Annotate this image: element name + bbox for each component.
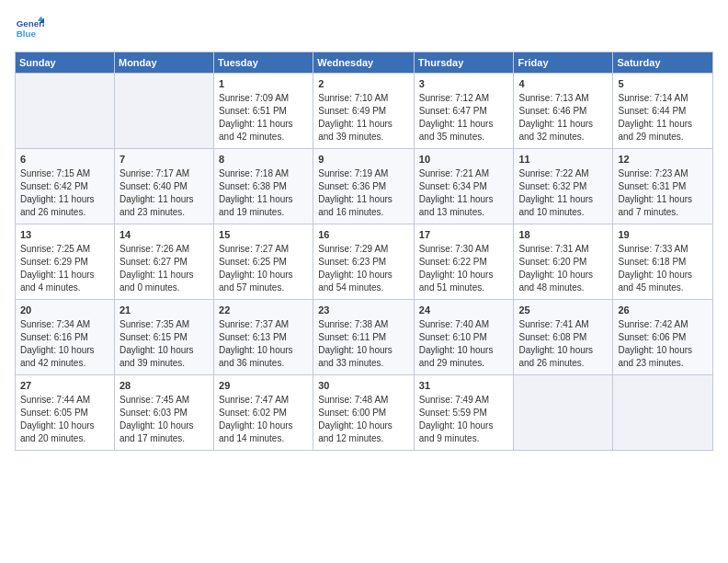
- day-info-line: Sunrise: 7:29 AM: [318, 244, 388, 254]
- day-info-line: Sunrise: 7:13 AM: [518, 93, 588, 103]
- day-header: Tuesday: [214, 52, 313, 74]
- day-number: 21: [119, 304, 209, 317]
- day-header: Monday: [114, 52, 213, 74]
- day-info-line: Sunrise: 7:40 AM: [419, 319, 489, 329]
- day-info-line: Sunrise: 7:49 AM: [419, 395, 489, 405]
- calendar-cell: 8Sunrise: 7:18 AMSunset: 6:38 PMDaylight…: [214, 149, 313, 224]
- day-info-line: Sunrise: 7:38 AM: [318, 319, 388, 329]
- calendar-cell: 22Sunrise: 7:37 AMSunset: 6:13 PMDayligh…: [214, 300, 313, 375]
- day-info-line: Sunset: 6:46 PM: [518, 106, 586, 116]
- day-header: Thursday: [414, 52, 514, 74]
- day-info-line: Sunset: 6:11 PM: [318, 332, 386, 342]
- day-number: 1: [219, 77, 308, 91]
- day-info-line: Sunrise: 7:23 AM: [618, 168, 688, 178]
- day-info-line: Daylight: 11 hours and 16 minutes.: [318, 194, 392, 217]
- day-info-line: Daylight: 11 hours and 35 minutes.: [419, 119, 494, 142]
- day-info-line: Daylight: 10 hours and 51 minutes.: [419, 270, 494, 293]
- day-number: 22: [219, 304, 308, 317]
- day-info-line: Daylight: 11 hours and 39 minutes.: [318, 119, 392, 142]
- day-info-line: Daylight: 10 hours and 42 minutes.: [20, 345, 95, 368]
- day-info-line: Sunrise: 7:21 AM: [419, 168, 489, 178]
- calendar-cell: 11Sunrise: 7:22 AMSunset: 6:32 PMDayligh…: [514, 149, 613, 224]
- day-info-line: Sunset: 6:40 PM: [119, 181, 188, 191]
- day-info-line: Daylight: 10 hours and 12 minutes.: [318, 420, 392, 443]
- day-number: 9: [318, 153, 409, 167]
- calendar-cell: 13Sunrise: 7:25 AMSunset: 6:29 PMDayligh…: [16, 224, 115, 300]
- day-info-line: Daylight: 10 hours and 17 minutes.: [119, 420, 194, 443]
- day-info-line: Sunrise: 7:35 AM: [119, 319, 189, 329]
- day-number: 15: [219, 228, 308, 242]
- day-number: 27: [20, 379, 109, 393]
- day-info-line: Sunset: 6:31 PM: [618, 181, 686, 191]
- day-info-line: Daylight: 11 hours and 7 minutes.: [618, 194, 692, 217]
- day-info-line: Daylight: 11 hours and 26 minutes.: [20, 194, 95, 217]
- day-info-line: Daylight: 11 hours and 19 minutes.: [219, 194, 293, 217]
- day-info-line: Sunrise: 7:41 AM: [518, 319, 588, 329]
- day-info-line: Daylight: 10 hours and 14 minutes.: [219, 420, 293, 443]
- day-info-line: Daylight: 10 hours and 20 minutes.: [20, 420, 95, 443]
- calendar-cell: 28Sunrise: 7:45 AMSunset: 6:03 PMDayligh…: [114, 375, 213, 451]
- day-number: 29: [219, 379, 308, 393]
- day-info-line: Sunrise: 7:18 AM: [219, 168, 289, 178]
- day-info-line: Sunrise: 7:33 AM: [618, 244, 688, 254]
- day-header: Saturday: [613, 52, 713, 74]
- day-info-line: Sunset: 6:16 PM: [20, 332, 88, 342]
- calendar-cell: [514, 375, 613, 451]
- day-info-line: Sunrise: 7:48 AM: [318, 395, 388, 405]
- logo-icon: General Blue: [15, 15, 44, 44]
- day-number: 20: [20, 304, 109, 317]
- day-info-line: Sunset: 6:51 PM: [219, 106, 287, 116]
- calendar-cell: 7Sunrise: 7:17 AMSunset: 6:40 PMDaylight…: [114, 149, 213, 224]
- day-info-line: Sunset: 6:18 PM: [618, 257, 686, 267]
- day-number: 10: [419, 153, 509, 167]
- calendar-cell: 18Sunrise: 7:31 AMSunset: 6:20 PMDayligh…: [514, 224, 613, 300]
- calendar-week-row: 20Sunrise: 7:34 AMSunset: 6:16 PMDayligh…: [16, 300, 713, 375]
- day-number: 5: [618, 77, 708, 91]
- calendar-cell: 25Sunrise: 7:41 AMSunset: 6:08 PMDayligh…: [514, 300, 613, 375]
- day-info-line: Sunset: 6:20 PM: [518, 257, 586, 267]
- calendar-cell: 30Sunrise: 7:48 AMSunset: 6:00 PMDayligh…: [313, 375, 415, 451]
- day-number: 6: [20, 153, 109, 167]
- calendar-week-row: 1Sunrise: 7:09 AMSunset: 6:51 PMDaylight…: [16, 74, 713, 149]
- day-info-line: Sunset: 6:25 PM: [219, 257, 287, 267]
- calendar-body: 1Sunrise: 7:09 AMSunset: 6:51 PMDaylight…: [16, 74, 713, 451]
- day-info-line: Sunrise: 7:26 AM: [119, 244, 189, 254]
- day-info-line: Sunrise: 7:44 AM: [20, 395, 90, 405]
- day-info-line: Daylight: 10 hours and 57 minutes.: [219, 270, 293, 293]
- day-info-line: Daylight: 11 hours and 42 minutes.: [219, 119, 293, 142]
- day-number: 13: [20, 228, 109, 242]
- day-info-line: Daylight: 11 hours and 32 minutes.: [518, 119, 593, 142]
- day-info-line: Daylight: 10 hours and 36 minutes.: [219, 345, 293, 368]
- calendar-cell: [16, 74, 115, 149]
- calendar-cell: [613, 375, 713, 451]
- page-header: General Blue: [15, 15, 713, 44]
- day-info-line: Sunset: 6:38 PM: [219, 181, 287, 191]
- calendar-cell: 3Sunrise: 7:12 AMSunset: 6:47 PMDaylight…: [414, 74, 514, 149]
- day-header: Sunday: [16, 52, 115, 74]
- day-info-line: Sunrise: 7:37 AM: [219, 319, 289, 329]
- day-info-line: Sunset: 6:05 PM: [20, 408, 88, 418]
- day-info-line: Daylight: 10 hours and 54 minutes.: [318, 270, 392, 293]
- day-number: 16: [318, 228, 409, 242]
- calendar-cell: 4Sunrise: 7:13 AMSunset: 6:46 PMDaylight…: [514, 74, 613, 149]
- calendar-cell: 20Sunrise: 7:34 AMSunset: 6:16 PMDayligh…: [16, 300, 115, 375]
- calendar-week-row: 13Sunrise: 7:25 AMSunset: 6:29 PMDayligh…: [16, 224, 713, 300]
- day-number: 31: [419, 379, 509, 393]
- calendar-cell: 1Sunrise: 7:09 AMSunset: 6:51 PMDaylight…: [214, 74, 313, 149]
- day-info-line: Sunrise: 7:09 AM: [219, 93, 289, 103]
- day-number: 7: [119, 153, 209, 167]
- day-info-line: Sunset: 6:22 PM: [419, 257, 487, 267]
- day-info-line: Daylight: 10 hours and 29 minutes.: [419, 345, 494, 368]
- day-number: 19: [618, 228, 708, 242]
- day-info-line: Daylight: 10 hours and 45 minutes.: [618, 270, 692, 293]
- day-info-line: Daylight: 11 hours and 10 minutes.: [518, 194, 593, 217]
- day-info-line: Sunrise: 7:12 AM: [419, 93, 489, 103]
- day-info-line: Sunrise: 7:22 AM: [518, 168, 588, 178]
- day-info-line: Sunset: 6:15 PM: [119, 332, 188, 342]
- day-info-line: Sunset: 6:03 PM: [119, 408, 188, 418]
- day-info-line: Sunrise: 7:17 AM: [119, 168, 189, 178]
- calendar-cell: 27Sunrise: 7:44 AMSunset: 6:05 PMDayligh…: [16, 375, 115, 451]
- day-number: 8: [219, 153, 308, 167]
- day-header: Wednesday: [313, 52, 415, 74]
- day-info-line: Sunrise: 7:47 AM: [219, 395, 289, 405]
